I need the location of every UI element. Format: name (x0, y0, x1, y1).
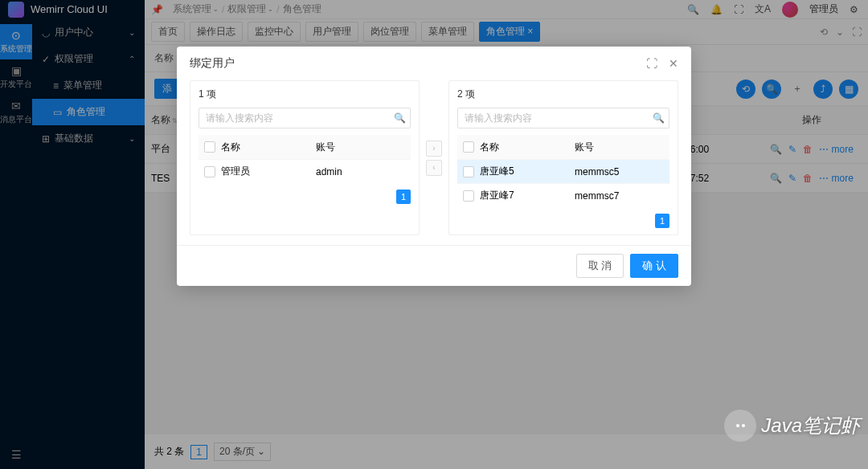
col-account: 账号 (575, 141, 669, 154)
fullscreen-icon[interactable]: ⛶ (646, 57, 657, 70)
cancel-button[interactable]: 取 消 (576, 254, 624, 278)
checkbox[interactable] (463, 190, 474, 202)
search-icon[interactable]: 🔍 (653, 112, 665, 124)
col-account: 账号 (316, 141, 411, 154)
list-item[interactable]: 唐亚峰5 memmsc5 (457, 159, 669, 183)
transfer-arrows: › ‹ (426, 80, 442, 235)
right-page[interactable]: 1 (655, 214, 669, 228)
left-count: 1 项 (190, 81, 419, 108)
search-icon[interactable]: 🔍 (394, 112, 406, 124)
list-item[interactable]: 唐亚峰7 memmsc7 (457, 183, 669, 207)
left-search-input[interactable] (199, 108, 411, 128)
modal-footer: 取 消 确 认 (177, 245, 691, 286)
right-search-input[interactable] (457, 108, 669, 128)
modal: 绑定用户 ⛶ ✕ 1 项 🔍 名称 账号 (177, 47, 691, 286)
left-table-head: 名称 账号 (199, 135, 411, 159)
transfer-left: 1 项 🔍 名称 账号 管理员 admin (190, 80, 420, 235)
list-item[interactable]: 管理员 admin (199, 159, 411, 183)
right-table-head: 名称 账号 (457, 135, 669, 159)
checkbox[interactable] (204, 166, 215, 177)
checkbox-all[interactable] (204, 141, 215, 153)
checkbox[interactable] (463, 166, 474, 177)
modal-mask: 绑定用户 ⛶ ✕ 1 项 🔍 名称 账号 (0, 0, 868, 469)
modal-title: 绑定用户 (190, 56, 235, 71)
checkbox-all[interactable] (463, 141, 474, 153)
ok-button[interactable]: 确 认 (630, 254, 678, 278)
col-name: 名称 (221, 141, 316, 154)
watermark: Java笔记虾 (724, 410, 860, 442)
col-name: 名称 (480, 141, 575, 154)
move-right-button[interactable]: › (426, 141, 442, 157)
right-count: 2 项 (449, 81, 678, 108)
left-page[interactable]: 1 (396, 190, 411, 204)
wechat-icon (724, 410, 756, 442)
modal-body: 1 项 🔍 名称 账号 管理员 admin (177, 80, 691, 245)
transfer-right: 2 项 🔍 名称 账号 唐亚峰5 memmsc5 (448, 80, 678, 235)
move-left-button[interactable]: ‹ (426, 160, 442, 176)
close-icon[interactable]: ✕ (669, 57, 678, 70)
modal-header: 绑定用户 ⛶ ✕ (177, 47, 691, 80)
